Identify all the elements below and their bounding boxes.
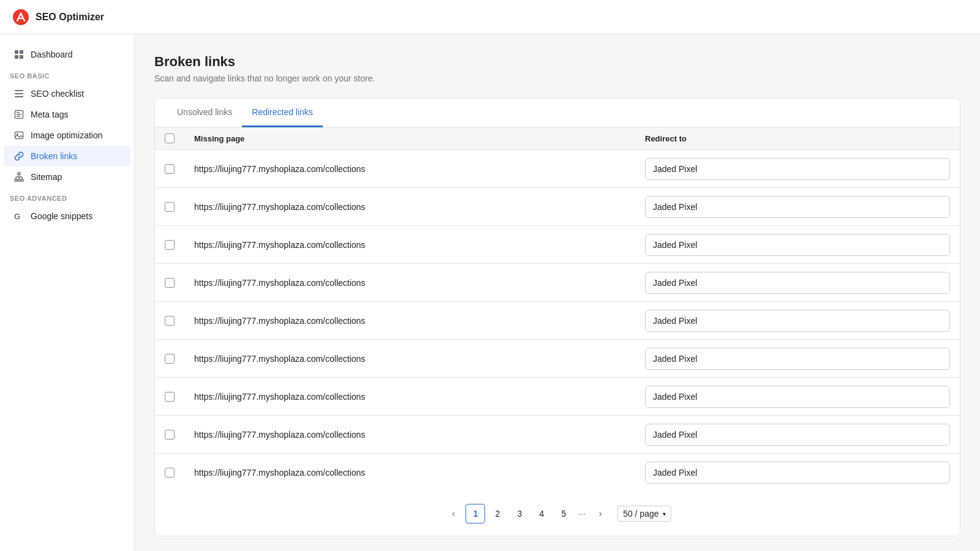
sidebar-item-sitemap[interactable]: Sitemap [4, 167, 130, 187]
row-redirect-to [635, 151, 960, 187]
row-missing-page: https://liujing777.myshoplaza.com/collec… [184, 460, 635, 485]
redirect-input[interactable] [645, 424, 950, 446]
sidebar-item-label: Google snippets [31, 211, 92, 221]
row-missing-page: https://liujing777.myshoplaza.com/collec… [184, 157, 635, 181]
table-row: https://liujing777.myshoplaza.com/collec… [155, 454, 960, 492]
row-redirect-to [635, 264, 960, 301]
row-checkbox-cell [155, 430, 184, 440]
row-checkbox-cell [155, 354, 184, 364]
grid-icon [13, 49, 24, 60]
row-missing-page: https://liujing777.myshoplaza.com/collec… [184, 422, 635, 447]
row-missing-page: https://liujing777.myshoplaza.com/collec… [184, 309, 635, 333]
svg-rect-14 [18, 173, 20, 174]
tab-redirected-links[interactable]: Redirected links [242, 99, 323, 127]
sidebar-item-broken-links[interactable]: Broken links [4, 146, 130, 167]
page-button-4[interactable]: 4 [532, 504, 551, 523]
tag-icon [13, 109, 24, 120]
redirect-input[interactable] [645, 462, 950, 484]
row-checkbox[interactable] [165, 354, 175, 364]
prev-page-button[interactable]: ‹ [443, 504, 463, 523]
table-row: https://liujing777.myshoplaza.com/collec… [155, 150, 960, 188]
row-checkbox-cell [155, 202, 184, 212]
row-checkbox[interactable] [165, 164, 175, 174]
row-checkbox[interactable] [165, 392, 175, 402]
sidebar-item-seo-checklist[interactable]: SEO checklist [4, 83, 130, 104]
broken-links-card: Unsolved links Redirected links Missing … [154, 98, 960, 536]
header-missing-page: Missing page [184, 133, 635, 143]
row-checkbox[interactable] [165, 278, 175, 288]
pagination: ‹ 1 2 3 4 5 ··· › 50 / page ▾ [155, 492, 960, 536]
sidebar-section-seo-basic: SEO BASIC [0, 65, 134, 83]
sidebar-item-dashboard[interactable]: Dashboard [4, 44, 130, 65]
table-row: https://liujing777.myshoplaza.com/collec… [155, 416, 960, 454]
main-content: Broken links Scan and navigate links tha… [135, 34, 980, 551]
google-icon: G [13, 211, 24, 222]
row-redirect-to [635, 340, 960, 377]
sidebar-item-label: Meta tags [31, 110, 68, 119]
page-title: Broken links [154, 54, 960, 70]
row-redirect-to [635, 227, 960, 263]
sidebar-item-label: Broken links [31, 151, 77, 161]
logo-icon [12, 9, 29, 26]
svg-rect-17 [21, 179, 23, 181]
row-checkbox[interactable] [165, 468, 175, 478]
row-redirect-to [635, 378, 960, 415]
svg-rect-1 [15, 50, 18, 54]
select-all-checkbox[interactable] [165, 133, 175, 143]
sitemap-icon [13, 171, 24, 182]
app-layout: Dashboard SEO BASIC SEO checklist [0, 34, 980, 551]
sidebar-item-label: Sitemap [31, 172, 62, 182]
sidebar-item-image-optimization[interactable]: Image optimization [4, 125, 130, 146]
page-button-5[interactable]: 5 [554, 504, 573, 523]
row-checkbox-cell [155, 316, 184, 326]
row-checkbox-cell [155, 278, 184, 288]
table-row: https://liujing777.myshoplaza.com/collec… [155, 264, 960, 302]
sidebar-item-google-snippets[interactable]: G Google snippets [4, 206, 130, 227]
page-button-2[interactable]: 2 [488, 504, 507, 523]
header-redirect-to: Redirect to [635, 133, 960, 143]
row-checkbox-cell [155, 468, 184, 478]
redirect-input[interactable] [645, 348, 950, 370]
table-body: https://liujing777.myshoplaza.com/collec… [155, 150, 960, 492]
row-checkbox[interactable] [165, 316, 175, 326]
svg-rect-4 [20, 55, 23, 59]
list-icon [13, 88, 24, 99]
page-button-1[interactable]: 1 [466, 504, 485, 523]
sidebar-section-seo-advanced: SEO ADVANCED [0, 187, 134, 206]
next-page-button[interactable]: › [590, 504, 610, 523]
row-missing-page: https://liujing777.myshoplaza.com/collec… [184, 347, 635, 371]
svg-rect-6 [15, 93, 23, 94]
redirect-input[interactable] [645, 386, 950, 408]
tab-unsolved-links[interactable]: Unsolved links [167, 99, 242, 127]
redirect-input[interactable] [645, 272, 950, 294]
row-checkbox[interactable] [165, 202, 175, 212]
redirect-input[interactable] [645, 158, 950, 180]
row-missing-page: https://liujing777.myshoplaza.com/collec… [184, 271, 635, 295]
page-button-3[interactable]: 3 [510, 504, 529, 523]
svg-point-0 [13, 9, 29, 25]
redirect-input[interactable] [645, 310, 950, 332]
tabs-container: Unsolved links Redirected links [155, 99, 960, 127]
sidebar-item-meta-tags[interactable]: Meta tags [4, 104, 130, 125]
table-row: https://liujing777.myshoplaza.com/collec… [155, 340, 960, 378]
row-missing-page: https://liujing777.myshoplaza.com/collec… [184, 233, 635, 257]
redirect-input[interactable] [645, 196, 950, 218]
sidebar-item-label: Image optimization [31, 130, 103, 140]
table-row: https://liujing777.myshoplaza.com/collec… [155, 378, 960, 416]
svg-rect-3 [15, 55, 18, 59]
app-logo: SEO Optimizer [12, 9, 104, 26]
svg-rect-16 [18, 179, 20, 181]
table-row: https://liujing777.myshoplaza.com/collec… [155, 302, 960, 340]
row-checkbox[interactable] [165, 240, 175, 250]
chevron-down-icon: ▾ [663, 511, 666, 517]
per-page-selector[interactable]: 50 / page ▾ [617, 506, 671, 522]
redirect-input[interactable] [645, 234, 950, 256]
row-redirect-to [635, 189, 960, 225]
svg-rect-5 [15, 90, 23, 91]
row-checkbox[interactable] [165, 430, 175, 440]
svg-rect-2 [20, 50, 23, 54]
page-subtitle: Scan and navigate links that no longer w… [154, 73, 960, 83]
row-missing-page: https://liujing777.myshoplaza.com/collec… [184, 384, 635, 409]
svg-rect-15 [15, 179, 17, 181]
table-row: https://liujing777.myshoplaza.com/collec… [155, 226, 960, 264]
